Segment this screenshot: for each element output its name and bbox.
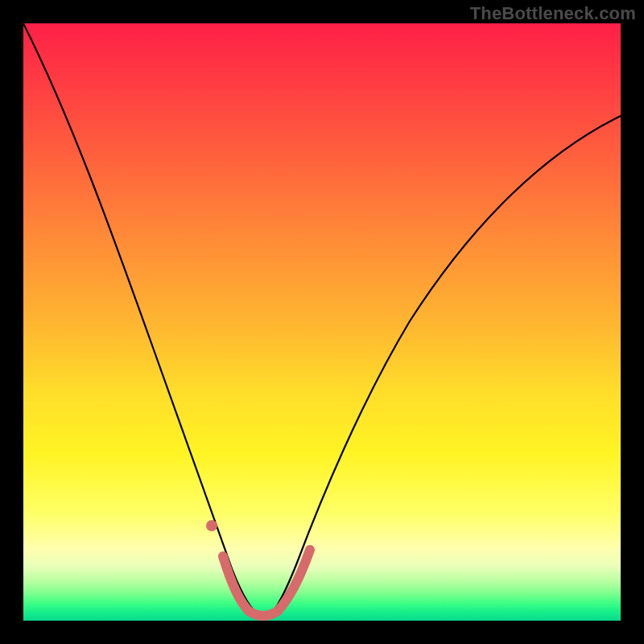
highlight-markers xyxy=(23,23,621,621)
highlight-right-arm xyxy=(278,550,310,611)
highlight-left-arm xyxy=(223,556,249,611)
plot-area xyxy=(23,23,621,621)
chart-frame: TheBottleneck.com xyxy=(0,0,644,644)
highlight-left-dot xyxy=(206,520,217,531)
watermark-text: TheBottleneck.com xyxy=(470,3,636,24)
